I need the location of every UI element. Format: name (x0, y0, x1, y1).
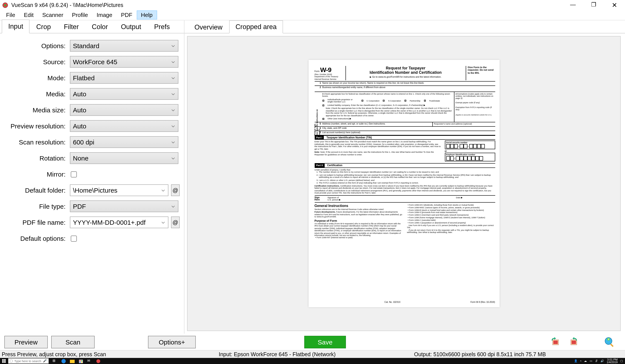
status-mid: Input: Epson WorkForce 645 - Flatbed (Ne… (219, 351, 414, 357)
pdf-file-name-label: PDF file name: (4, 219, 67, 226)
source-label: Source: (4, 58, 67, 65)
default-folder-input[interactable] (70, 184, 168, 196)
scan-resolution-label: Scan resolution: (4, 138, 67, 146)
doc-form-code: W-9 (320, 66, 331, 73)
svg-rect-12 (2, 361, 3, 363)
maximize-button[interactable]: ❐ (589, 1, 598, 9)
preview-area[interactable]: Form W-9 (Rev. October 2018) Department … (187, 36, 621, 331)
tab-color[interactable]: Color (85, 20, 114, 33)
save-button[interactable]: Save (304, 335, 346, 348)
mail-icon[interactable]: ✉ (87, 359, 92, 363)
tab-prefs[interactable]: Prefs (148, 20, 176, 33)
titlebar: VueScan 9 x64 (9.6.24) - \\Mac\Home\Pict… (0, 0, 625, 10)
tray-clock[interactable]: 3:01 PM 1/4/2019 (607, 358, 618, 364)
menu-file[interactable]: File (2, 10, 20, 20)
tray-volume-icon[interactable]: 🔊 (600, 359, 604, 363)
vuescan-taskbar-icon[interactable] (96, 359, 100, 363)
tray-chevron-icon[interactable]: ^ (580, 360, 581, 363)
options-plus-button[interactable]: Options+ (148, 335, 196, 348)
app-icon (2, 1, 9, 8)
mode-select[interactable]: Flatbed (70, 72, 178, 84)
menu-pdf[interactable]: PDF (117, 10, 137, 20)
rotate-left-icon[interactable] (550, 336, 562, 348)
taskbar: ◯Type here to search🎤 ⊞ ✉ 👤 ^ ☁ ▭ ⇵ 🔊 3:… (0, 358, 625, 364)
preview-button[interactable]: Preview (4, 335, 48, 348)
svg-point-1 (4, 4, 6, 6)
taskbar-search[interactable]: ◯Type here to search🎤 (8, 358, 49, 364)
taskbar-search-placeholder: Type here to search (14, 360, 41, 363)
scanned-document: Form W-9 (Rev. October 2018) Department … (308, 60, 499, 307)
explorer-icon[interactable] (70, 359, 74, 363)
svg-rect-19 (79, 362, 81, 363)
window-title: VueScan 9 x64 (9.6.24) - \\Mac\Home\Pict… (11, 2, 568, 8)
svg-point-14 (62, 359, 66, 363)
start-button[interactable] (0, 358, 8, 364)
tab-crop[interactable]: Crop (30, 20, 57, 33)
cortana-icon: ◯ (9, 359, 13, 363)
options-select[interactable]: Standard (70, 40, 178, 52)
tray-people-icon[interactable]: 👤 (574, 359, 577, 363)
svg-rect-18 (81, 360, 82, 362)
status-right: Output: 5100x6600 pixels 600 dpi 8.5x11 … (414, 351, 623, 357)
doc-dept: Department of the Treasury Internal Reve… (314, 76, 344, 80)
media-size-select[interactable]: Auto (70, 104, 178, 116)
tray-notifications-icon[interactable]: ▢ (620, 359, 623, 363)
svg-rect-13 (4, 361, 5, 363)
doc-title2: Identification Number and Certification (349, 70, 462, 75)
tab-cropped-area[interactable]: Cropped area (229, 20, 283, 33)
svg-rect-9 (610, 344, 614, 347)
tray-cloud-icon[interactable]: ☁ (584, 359, 587, 363)
mirror-checkbox[interactable] (71, 171, 77, 177)
preview-resolution-select[interactable]: Auto (70, 120, 178, 132)
tray-battery-icon[interactable]: ▭ (590, 359, 593, 363)
media-size-label: Media size: (4, 106, 67, 114)
menu-image[interactable]: Image (92, 10, 117, 20)
doc-form-prefix: Form (314, 70, 319, 72)
default-folder-at-button[interactable]: @ (171, 184, 180, 196)
pdf-file-name-at-button[interactable]: @ (171, 216, 180, 228)
media-select[interactable]: Auto (70, 88, 178, 100)
minimize-button[interactable]: — (568, 1, 577, 9)
tab-input[interactable]: Input (2, 20, 30, 33)
svg-text:+: + (608, 338, 609, 341)
rotation-label: Rotation: (4, 154, 67, 162)
file-type-label: File type: (4, 203, 67, 210)
button-bar: Preview Scan Options+ Save + (0, 334, 625, 350)
edge-icon[interactable] (61, 359, 65, 363)
tab-overview[interactable]: Overview (188, 21, 229, 33)
menu-scanner[interactable]: Scanner (38, 10, 68, 20)
menu-profile[interactable]: Profile (68, 10, 93, 20)
svg-rect-11 (4, 359, 5, 361)
tray-wifi-icon[interactable]: ⇵ (595, 359, 598, 363)
source-select[interactable]: WorkForce 645 (70, 56, 178, 68)
zoom-in-icon[interactable]: + (603, 336, 616, 348)
svg-rect-15 (70, 360, 75, 363)
status-left: Press Preview, adjust crop box, press Sc… (2, 351, 219, 357)
task-view-icon[interactable]: ⊞ (53, 359, 57, 363)
file-type-select[interactable]: PDF (70, 200, 178, 212)
default-options-label: Default options: (4, 235, 67, 242)
options-label: Options: (4, 42, 67, 49)
scan-resolution-select[interactable]: 600 dpi (70, 136, 178, 148)
rotation-select[interactable]: None (70, 152, 178, 164)
doc-row1: Name (as shown on your income tax return… (322, 82, 424, 84)
rotate-right-icon[interactable] (568, 336, 580, 348)
input-form: Options:Standard Source:WorkForce 645 Mo… (0, 33, 184, 334)
pdf-file-name-input[interactable] (70, 216, 168, 228)
tab-output[interactable]: Output (114, 20, 148, 33)
preview-resolution-label: Preview resolution: (4, 122, 67, 130)
close-button[interactable]: ✕ (610, 1, 619, 9)
doc-rev: (Rev. October 2018) (314, 74, 344, 76)
mic-icon[interactable]: 🎤 (43, 359, 49, 363)
tab-filter[interactable]: Filter (57, 20, 85, 33)
svg-rect-10 (2, 359, 3, 361)
scan-button[interactable]: Scan (51, 335, 95, 348)
doc-give-to: Give Form to the requester. Do not send … (466, 66, 495, 80)
menubar: File Edit Scanner Profile Image PDF Help (0, 10, 625, 20)
menu-edit[interactable]: Edit (20, 10, 38, 20)
svg-rect-3 (553, 341, 558, 344)
store-icon[interactable] (79, 359, 83, 363)
media-label: Media: (4, 90, 67, 98)
default-options-checkbox[interactable] (71, 235, 77, 242)
menu-help[interactable]: Help (137, 10, 157, 20)
